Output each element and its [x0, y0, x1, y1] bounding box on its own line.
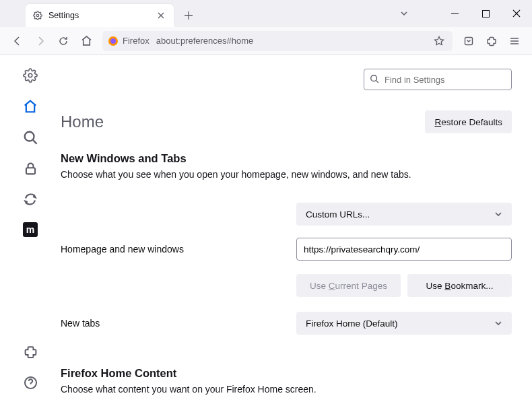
sidebar-general-icon[interactable] — [22, 67, 38, 83]
svg-rect-1 — [482, 10, 489, 17]
newtabs-label: New tabs — [61, 318, 296, 329]
sidebar-privacy-icon[interactable] — [22, 160, 38, 176]
new-tab-button[interactable] — [179, 6, 198, 25]
svg-point-9 — [371, 75, 377, 81]
url-bar[interactable]: Firefox about:preferences#home — [102, 31, 453, 51]
sidebar-more-icon[interactable]: m — [23, 222, 38, 237]
homepage-mode-select[interactable]: Custom URLs... — [296, 203, 512, 226]
section-firefox-home-content: Firefox Home Content — [61, 367, 512, 380]
find-input[interactable] — [385, 75, 506, 85]
reload-button[interactable] — [53, 30, 74, 52]
homepage-url-input[interactable] — [296, 238, 512, 261]
sidebar-sync-icon[interactable] — [22, 191, 38, 207]
main-panel: Home Restore Defaults New Windows and Ta… — [61, 55, 532, 404]
homepage-mode-value: Custom URLs... — [306, 209, 370, 220]
section1-description: Choose what you see when you open your h… — [61, 169, 512, 180]
svg-point-6 — [25, 132, 34, 141]
minimize-button[interactable] — [439, 0, 470, 27]
svg-point-0 — [36, 14, 39, 17]
page-heading: Home — [61, 112, 104, 131]
sidebar-extensions-icon[interactable] — [22, 343, 38, 360]
restore-defaults-button[interactable]: Restore Defaults — [425, 110, 512, 133]
window-controls — [439, 0, 532, 27]
section-new-windows-tabs: New Windows and Tabs — [61, 152, 512, 165]
chevron-down-icon — [494, 319, 502, 327]
search-icon — [370, 74, 380, 85]
use-bookmark-button[interactable]: Use Bookmark... — [407, 274, 512, 297]
chevron-down-icon — [494, 210, 502, 218]
sidebar-help-icon[interactable] — [22, 374, 38, 391]
tab-overflow-button[interactable] — [391, 0, 418, 27]
newtabs-select[interactable]: Firefox Home (Default) — [296, 312, 512, 335]
settings-sidebar: m — [0, 55, 61, 404]
sidebar-search-icon[interactable] — [22, 129, 38, 145]
gear-icon — [32, 10, 43, 21]
close-icon[interactable] — [155, 9, 167, 22]
toolbar: Firefox about:preferences#home — [0, 27, 532, 55]
home-button[interactable] — [75, 30, 97, 52]
svg-rect-7 — [26, 168, 34, 174]
url-prefix-label: Firefox — [123, 36, 149, 46]
tab-settings[interactable]: Settings — [26, 4, 174, 27]
maximize-button[interactable] — [470, 0, 501, 27]
section2-description: Choose what content you want on your Fir… — [61, 384, 512, 395]
url-text: about:preferences#home — [156, 36, 431, 46]
app-menu-button[interactable] — [504, 30, 525, 52]
use-current-pages-button[interactable]: Use Current Pages — [296, 274, 401, 297]
tab-title: Settings — [48, 11, 155, 20]
svg-point-5 — [28, 73, 32, 77]
newtabs-value: Firefox Home (Default) — [306, 318, 398, 329]
close-window-button[interactable] — [501, 0, 532, 27]
content-area: m Home Restore Defaults New Windows and … — [0, 55, 532, 404]
homepage-label: Homepage and new windows — [61, 244, 296, 255]
back-button[interactable] — [7, 30, 28, 52]
find-in-settings[interactable] — [364, 69, 512, 90]
svg-rect-4 — [465, 37, 473, 44]
pocket-button[interactable] — [458, 30, 479, 52]
bookmark-star-icon[interactable] — [431, 33, 447, 49]
forward-button[interactable] — [30, 30, 51, 52]
extensions-button[interactable] — [481, 30, 502, 52]
firefox-icon — [108, 36, 119, 46]
sidebar-home-icon[interactable] — [22, 98, 38, 114]
svg-point-3 — [110, 38, 116, 44]
